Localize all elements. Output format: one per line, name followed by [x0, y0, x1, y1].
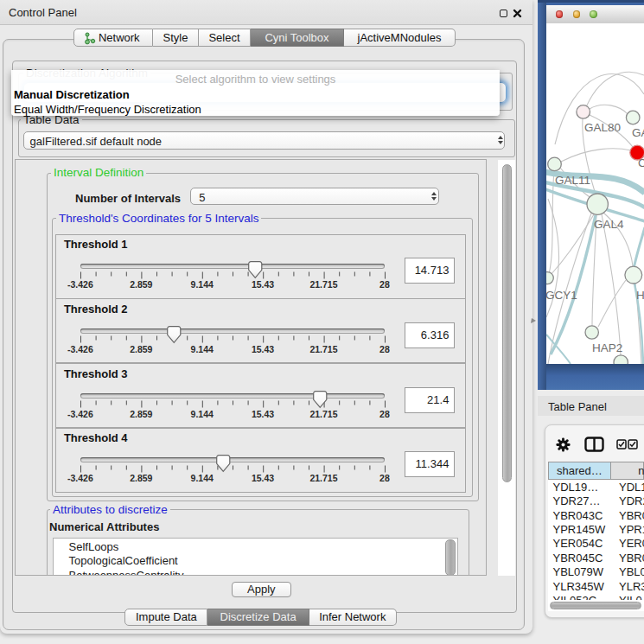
- svg-text:GA: GA: [632, 126, 644, 139]
- svg-text:GCY1: GCY1: [546, 289, 577, 302]
- svg-text:GAL11: GAL11: [555, 174, 590, 187]
- svg-text:GAL4: GAL4: [594, 218, 624, 231]
- svg-text:HAP2: HAP2: [592, 341, 622, 354]
- svg-text:GAL80: GAL80: [584, 121, 621, 134]
- svg-text:H: H: [636, 289, 644, 302]
- svg-text:C: C: [638, 156, 644, 169]
